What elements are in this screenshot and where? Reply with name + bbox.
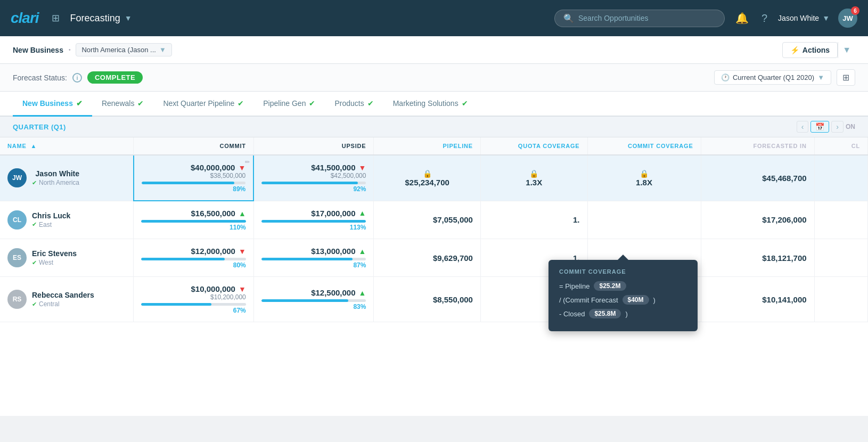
search-bar[interactable]: 🔍 Search Opportunities <box>554 10 725 27</box>
quarter-next-button[interactable]: › <box>831 121 844 133</box>
check-icon: ✔ <box>137 99 144 108</box>
commit-coverage-tooltip: COMMIT COVERAGE = Pipeline $25.2M / (Com… <box>548 260 698 331</box>
nav-module-label: Forecasting <box>70 13 120 24</box>
table-row: CL Chris Luck ✔ East $16,500,00 <box>0 201 868 239</box>
upside-progress-fill <box>261 299 348 302</box>
actions-label: Actions <box>803 46 830 54</box>
pipeline-value: $25,234,700 <box>381 178 473 187</box>
quarter-header-label: QUARTER (Q1) <box>13 123 66 131</box>
commit-pct: 89% <box>233 185 245 193</box>
avatar[interactable]: JW 6 <box>838 9 857 28</box>
clock-icon: 🕐 <box>721 73 730 81</box>
upside-progress-fill <box>261 220 366 223</box>
col-header-cl: CL <box>814 137 867 155</box>
nav-module-forecasting[interactable]: Forecasting ▼ <box>70 13 132 24</box>
help-icon[interactable]: ? <box>759 10 769 27</box>
pipeline-cell-jason-white: 🔒 $25,234,700 <box>374 155 481 201</box>
tooltip-line2-value: $40M <box>623 295 649 305</box>
tooltip-line3-label: - Closed <box>559 310 585 318</box>
lightning-icon: ⚡ <box>790 46 799 54</box>
chevron-down-icon: ▼ <box>817 73 824 81</box>
forecast-status-label: Forecast Status: <box>13 73 67 82</box>
arrow-down-icon: ▼ <box>238 163 245 172</box>
tooltip-row-commit-forecast: / (Commit Forecast $40M ) <box>559 295 687 305</box>
tooltip-line1-label: = Pipeline <box>559 282 589 290</box>
actions-button[interactable]: ⚡ Actions <box>782 42 838 58</box>
quota-coverage-value: 1. <box>573 215 580 224</box>
commit-cell-rebecca-sanders: $10,000,000 ▼ $10,200,000 67% <box>134 277 254 322</box>
cl-cell-jason-white <box>814 155 867 201</box>
chevron-down-icon: ▼ <box>125 14 132 22</box>
tab-next-quarter-pipeline[interactable]: Next Quarter Pipeline ✔ <box>153 92 253 117</box>
check-icon: ✔ <box>76 99 83 108</box>
chevron-down-icon: ▼ <box>822 14 830 22</box>
upside-cell-jason-white: $41,500,000 ▼ $42,500,000 92% <box>253 155 374 201</box>
pipeline-value: $9,629,700 <box>433 253 473 263</box>
avatar: JW <box>7 168 27 187</box>
upside-pct: 87% <box>353 261 366 269</box>
sub-nav-title: New Business <box>13 46 63 54</box>
quarter-selector[interactable]: 🕐 Current Quarter (Q1 2020) ▼ <box>714 70 831 85</box>
upside-progress-bar <box>261 182 366 184</box>
tooltip-row-pipeline: = Pipeline $25.2M <box>559 281 687 291</box>
tooltip-paren: ) <box>653 296 656 304</box>
name-info: Chris Luck ✔ East <box>32 211 70 228</box>
quarter-label: Current Quarter (Q1 2020) <box>733 73 814 81</box>
tooltip-arrow <box>618 255 628 260</box>
col-header-commit: COMMIT <box>134 137 254 155</box>
commit-progress-bar <box>141 220 246 223</box>
app-logo: clari <box>11 10 39 27</box>
tab-new-business[interactable]: New Business ✔ <box>13 92 92 117</box>
tab-renewals[interactable]: Renewals ✔ <box>92 92 153 117</box>
upside-value: $41,500,000 ▼ $42,500,000 92% <box>261 163 366 193</box>
tab-pipeline-gen[interactable]: Pipeline Gen ✔ <box>253 92 325 117</box>
arrow-up-icon: ▲ <box>359 289 366 297</box>
tab-renewals-label: Renewals <box>102 99 134 108</box>
region-selector[interactable]: North America (Jason ... ▼ <box>76 43 171 56</box>
tab-next-quarter-pipeline-label: Next Quarter Pipeline <box>163 99 234 108</box>
person-region: ✔ East <box>32 221 70 228</box>
name-cell-jason-white: JW Jason White ✔ North America <box>0 155 134 201</box>
commit-progress-fill <box>141 303 211 306</box>
commit-pct: 67% <box>233 307 246 314</box>
tooltip-line2-label: / (Commit Forecast <box>559 296 618 304</box>
col-header-upside: UPSIDE <box>253 137 374 155</box>
check-icon: ✔ <box>367 99 374 108</box>
commit-cell-jason-white[interactable]: ✏ $40,000,000 ▼ $38,500,000 89% <box>134 155 254 201</box>
tab-products[interactable]: Products ✔ <box>325 92 383 117</box>
user-menu[interactable]: Jason White ▼ <box>778 14 830 22</box>
person-name: Rebecca Sanders <box>32 291 94 299</box>
upside-progress-fill <box>261 258 353 260</box>
actions-dropdown-button[interactable]: ▼ <box>838 42 855 58</box>
status-bar: Forecast Status: i COMPLETE 🕐 Current Qu… <box>0 64 868 92</box>
lock-icon: 🔒 <box>640 169 649 178</box>
person-name: Eric Stevens <box>32 249 77 258</box>
commit-pct: 110% <box>230 224 246 231</box>
notification-badge: 6 <box>851 6 859 15</box>
tooltip-paren2: ) <box>625 310 627 318</box>
quarter-calendar-icon[interactable]: 📅 <box>810 121 829 133</box>
forecasted-in-value: $45,468,700 <box>762 174 806 183</box>
sub-navigation: New Business • North America (Jason ... … <box>0 36 868 64</box>
quarter-prev-button[interactable]: ‹ <box>797 121 809 133</box>
arrow-up-icon: ▲ <box>239 209 246 218</box>
grid-view-button[interactable]: ⊞ <box>837 69 855 86</box>
forecasted-in-value: $17,206,000 <box>762 215 806 224</box>
col-header-quota-coverage: QUOTA COVERAGE <box>480 137 587 155</box>
check-icon: ✔ <box>32 301 37 308</box>
cl-cell-rebecca-sanders <box>814 277 867 322</box>
cl-cell-chris-luck <box>814 201 867 239</box>
info-icon[interactable]: i <box>72 73 82 83</box>
check-icon: ✔ <box>462 99 468 108</box>
separator: • <box>69 47 71 53</box>
col-header-commit-coverage: COMMIT COVERAGE <box>587 137 701 155</box>
check-icon: ✔ <box>32 259 37 266</box>
table-row: JW Jason White ✔ North America ✏ <box>0 155 868 201</box>
forecasted-in-cell-chris-luck: $17,206,000 <box>701 201 814 239</box>
pipeline-cell-rebecca-sanders: $8,550,000 <box>374 277 481 322</box>
notifications-bell-icon[interactable]: 🔔 <box>733 10 751 27</box>
forecasted-in-cell-rebecca-sanders: $10,141,000 <box>701 277 814 322</box>
commit-coverage-cell-chris-luck <box>587 201 701 239</box>
grid-icon[interactable]: ⊞ <box>52 12 60 24</box>
tab-marketing-solutions[interactable]: Marketing Solutions ✔ <box>383 92 478 117</box>
